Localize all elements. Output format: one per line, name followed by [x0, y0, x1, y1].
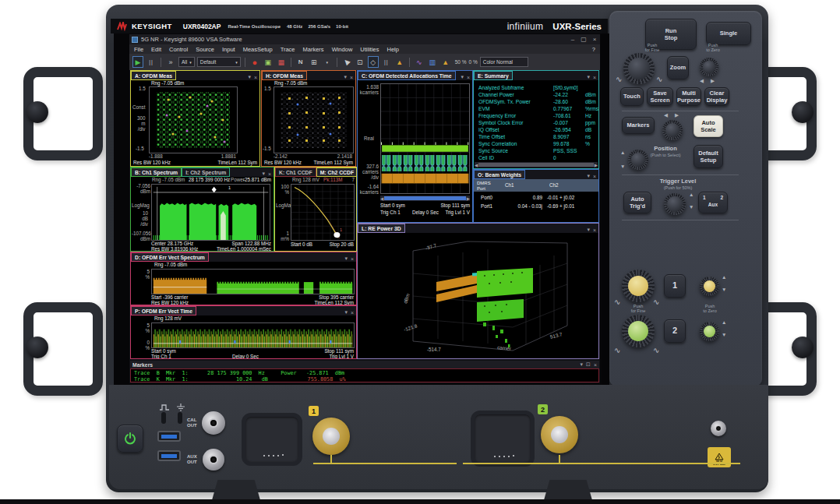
markers-button[interactable]: Markers	[622, 117, 655, 134]
minimize-button[interactable]: –	[567, 36, 578, 43]
horizontal-scale-knob[interactable]	[623, 53, 655, 84]
ch2-vertical-scale-knob[interactable]	[622, 315, 655, 347]
video-capture-button[interactable]: ▦	[276, 56, 287, 68]
tab-ofdm-meas-h[interactable]: H: OFDM Meas	[262, 71, 307, 80]
panel-minimize-icon[interactable]: ▾	[581, 361, 584, 368]
ch1-enable-button[interactable]: 1	[664, 274, 686, 298]
panel-close-icon[interactable]: ×	[351, 310, 354, 315]
allocations-plot[interactable]	[380, 83, 470, 194]
tab-ch2-spectrum[interactable]: I: Ch2 Spectrum	[182, 167, 230, 177]
panel-close-icon[interactable]: ×	[254, 75, 257, 80]
trace-style-wave-button[interactable]: ∿	[414, 56, 425, 68]
panel-c-hscrollbar[interactable]: ◀ ▶	[380, 196, 470, 201]
menu-markers[interactable]: Markers	[303, 46, 324, 53]
measurement-select-dropdown[interactable]: All ▾	[178, 57, 195, 67]
screenshot-button[interactable]: ▣	[263, 56, 274, 68]
menu-edit[interactable]: Edit	[151, 46, 161, 53]
scroll-left-icon[interactable]: ◀	[475, 163, 478, 167]
ch2-offset-knob[interactable]	[700, 322, 719, 341]
constellation-plot[interactable]	[149, 86, 238, 153]
panel-restore-icon[interactable]: ⊡	[586, 361, 591, 368]
panel-minimize-icon[interactable]: ▾	[262, 171, 265, 177]
tab-detected-allocations[interactable]: C: OFDM Detected Allocations Time	[358, 71, 456, 80]
caret-down-icon[interactable]: ▾	[322, 56, 333, 68]
tab-err-vect-time[interactable]: P: OFDM Err Vect Time	[131, 306, 196, 315]
trigger-level-knob[interactable]	[664, 193, 686, 215]
horizontal-position-knob[interactable]	[700, 58, 718, 76]
menu-source[interactable]: Source	[196, 46, 214, 53]
auto-scale-button[interactable]: Auto Scale	[694, 115, 723, 137]
tab-re-power-3d[interactable]: L: RE Power 3D	[358, 224, 405, 233]
trace-letter-button[interactable]: N	[295, 56, 306, 68]
scrollbar-thumb[interactable]	[384, 196, 466, 200]
panel-close-icon[interactable]: ×	[593, 75, 596, 80]
re-power-3d-plot[interactable]: -37.7 dBm -121.8 -514.7 carrier 513.7	[358, 234, 598, 358]
record-button[interactable]: ●	[249, 56, 260, 68]
single-button[interactable]: Single	[706, 22, 751, 45]
constellation-plot[interactable]	[274, 86, 354, 153]
power-button[interactable]	[117, 425, 143, 453]
clear-display-button[interactable]: Clear Display	[704, 87, 729, 106]
panel-minimize-icon[interactable]: ▾	[248, 74, 251, 80]
menu-help[interactable]: Help	[386, 46, 398, 53]
menu-input[interactable]: Input	[222, 46, 235, 53]
maximize-button[interactable]: ▢	[578, 36, 589, 43]
multi-purpose-button[interactable]: Multi Purpose	[676, 87, 701, 106]
play-button[interactable]: ▶	[132, 56, 143, 68]
panel-minimize-icon[interactable]: ▾	[344, 74, 347, 80]
panel-close-icon[interactable]: ×	[268, 171, 271, 177]
touch-button[interactable]: Touch	[620, 87, 644, 106]
layout-grid-button[interactable]: ⊞	[309, 56, 319, 68]
menu-file[interactable]: File	[134, 46, 143, 53]
save-screen-button[interactable]: Save Screen	[647, 87, 673, 106]
scroll-right-icon[interactable]: ▶	[595, 163, 598, 167]
panel-minimize-icon[interactable]: ▾	[344, 256, 348, 262]
panel-minimize-icon[interactable]: ▾	[461, 74, 464, 80]
summary-hscrollbar[interactable]: ◀ ▶	[475, 162, 598, 167]
panel-close-icon[interactable]: ×	[351, 256, 354, 262]
menu-control[interactable]: Control	[169, 46, 188, 53]
tab-summary[interactable]: E: Summary	[474, 71, 513, 80]
tab-err-vect-spectrum[interactable]: D: OFDM Err Vect Spectrum	[131, 252, 209, 262]
tab-ch2-ccdf[interactable]: M: Ch2 CCDF	[316, 167, 357, 177]
scroll-right-icon[interactable]: ▶	[467, 196, 470, 201]
pointer-tool-button[interactable]: ▶	[341, 56, 352, 68]
evm-spectrum-plot[interactable]	[151, 269, 355, 294]
pause-button[interactable]: ||	[146, 56, 157, 68]
evm-time-plot[interactable]	[151, 322, 355, 348]
ch1-vertical-scale-knob[interactable]	[622, 270, 655, 302]
peak-search-button[interactable]: ▲	[394, 56, 405, 68]
auto-trigd-button[interactable]: Auto Trig'd	[623, 192, 651, 213]
trace-style-hist-button[interactable]: ▥	[427, 56, 438, 68]
position-knob[interactable]	[628, 150, 648, 170]
single-step-button[interactable]: »	[165, 56, 176, 68]
panel-close-icon[interactable]: ×	[593, 227, 596, 233]
markers-pane-header[interactable]: Markers ▾ ⊡ ×	[130, 361, 599, 368]
color-mode-dropdown[interactable]: Color Normal	[480, 57, 528, 67]
help-mark[interactable]: ?	[592, 46, 595, 53]
close-button[interactable]: ×	[589, 36, 600, 43]
tab-ch1-ccdf[interactable]: K: Ch1 CCDF	[275, 167, 316, 177]
trigger-source-aux-button[interactable]: 1 2 Aux	[698, 192, 728, 213]
panel-minimize-icon[interactable]: ▾	[587, 227, 590, 233]
tab-beam-weights[interactable]: O: Beam Weights	[474, 170, 525, 179]
menu-window[interactable]: Window	[332, 46, 353, 53]
zoom-tool-button[interactable]: ⊡	[355, 56, 365, 68]
cursor-knob[interactable]	[662, 120, 683, 140]
panel-minimize-icon[interactable]: ▾	[587, 173, 590, 179]
zoom-button[interactable]: Zoom	[667, 56, 689, 79]
default-setup-button[interactable]: Default Setup	[694, 145, 723, 168]
panel-minimize-icon[interactable]: ▾	[587, 74, 590, 80]
scrollbar-thumb[interactable]	[478, 163, 594, 167]
window-titlebar[interactable]: 5G NR - Keysight 89600 VSA Software – ▢ …	[129, 34, 600, 44]
panel-close-icon[interactable]: ×	[594, 362, 597, 368]
band-tool-button[interactable]: ||	[381, 56, 392, 68]
ch1-offset-knob[interactable]	[700, 277, 719, 296]
menu-trace[interactable]: Trace	[281, 46, 295, 53]
panel-minimize-icon[interactable]: ▾	[344, 309, 348, 315]
tab-ofdm-meas-a[interactable]: A: OFDM Meas	[131, 71, 176, 80]
marker-tool-button[interactable]: ◇	[368, 56, 379, 68]
menu-utilities[interactable]: Utilities	[360, 46, 379, 53]
preset-dropdown[interactable]: Default ▾	[197, 57, 241, 67]
ch2-enable-button[interactable]: 2	[664, 319, 686, 343]
